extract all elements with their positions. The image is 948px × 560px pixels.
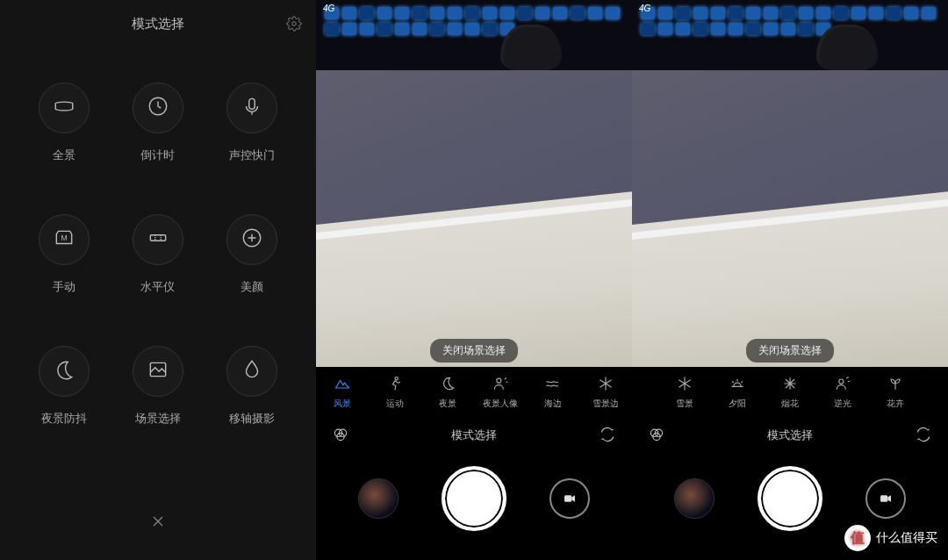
mode-label: 水平仪 bbox=[140, 279, 175, 295]
panel-header: 模式选择 bbox=[0, 0, 316, 47]
camera-panel-right: 4G 关闭场景选择 雪景 夕阳 烟花 逆光 花卉 模式选择 bbox=[632, 0, 948, 560]
mode-label: 美颜 bbox=[241, 279, 263, 295]
scene-snow-edge[interactable]: 雪景边 bbox=[579, 375, 632, 410]
sprout-icon bbox=[887, 375, 904, 394]
scene-night-portrait[interactable]: 夜景人像 bbox=[474, 375, 527, 410]
sunset-icon bbox=[729, 375, 746, 394]
scene-beach[interactable]: 海边 bbox=[527, 375, 579, 410]
manual-icon: M bbox=[53, 226, 75, 253]
svg-text:M: M bbox=[61, 233, 68, 242]
mode-level[interactable]: 水平仪 bbox=[133, 214, 183, 346]
moon-icon bbox=[53, 358, 75, 384]
snow-icon bbox=[676, 375, 693, 394]
drop-icon bbox=[241, 358, 263, 384]
mode-grid: 全景 倒计时 声控快门 M 手动 水平仪 美颜 夜景防抖 场景选择 bbox=[0, 47, 316, 477]
mode-row-label[interactable]: 模式选择 bbox=[767, 427, 813, 443]
mode-scene-select[interactable]: 场景选择 bbox=[133, 346, 183, 477]
scene-sports[interactable]: 运动 bbox=[369, 375, 421, 410]
mode-label: 手动 bbox=[53, 279, 75, 295]
svg-point-0 bbox=[292, 22, 297, 26]
scene-flower[interactable]: 花卉 bbox=[869, 375, 922, 410]
svg-point-8 bbox=[497, 378, 501, 383]
mode-row: 模式选择 bbox=[632, 418, 948, 453]
scene-backlight[interactable]: 逆光 bbox=[816, 375, 869, 410]
svg-rect-17 bbox=[880, 495, 887, 502]
close-scene-pill[interactable]: 关闭场景选择 bbox=[746, 339, 834, 363]
scene-icon bbox=[147, 358, 169, 384]
video-button[interactable] bbox=[549, 478, 590, 519]
mode-panorama[interactable]: 全景 bbox=[39, 83, 90, 214]
gallery-thumb[interactable] bbox=[674, 478, 715, 519]
scene-snow[interactable]: 雪景 bbox=[658, 375, 711, 410]
mode-label: 夜景防抖 bbox=[41, 411, 87, 427]
sparkle-icon bbox=[781, 375, 799, 394]
gallery-thumb[interactable] bbox=[358, 478, 399, 519]
backlight-icon bbox=[834, 375, 851, 394]
status-bar: 4G bbox=[323, 4, 334, 13]
settings-gear-icon[interactable] bbox=[286, 16, 302, 34]
scene-sunset[interactable]: 夕阳 bbox=[711, 375, 764, 410]
scene-strip[interactable]: 雪景 夕阳 烟花 逆光 花卉 bbox=[632, 367, 948, 418]
mode-tilt-shift[interactable]: 移轴摄影 bbox=[226, 346, 277, 477]
mode-timer[interactable]: 倒计时 bbox=[133, 83, 183, 214]
scene-night[interactable]: 夜景 bbox=[421, 375, 474, 410]
video-button[interactable] bbox=[865, 478, 906, 519]
watermark-badge: 值 bbox=[844, 525, 871, 551]
switch-camera-icon[interactable] bbox=[599, 426, 616, 446]
close-button[interactable] bbox=[149, 513, 167, 534]
mode-label: 全景 bbox=[53, 147, 75, 163]
shutter-button[interactable] bbox=[758, 466, 822, 531]
panorama-icon bbox=[53, 95, 75, 121]
mode-night-antishake[interactable]: 夜景防抖 bbox=[39, 346, 90, 477]
run-icon bbox=[386, 375, 404, 394]
beauty-icon bbox=[241, 226, 263, 253]
mountain-icon bbox=[334, 375, 351, 394]
watermark: 值 什么值得买 bbox=[844, 525, 937, 551]
capture-row bbox=[316, 460, 632, 537]
mode-label: 倒计时 bbox=[140, 147, 175, 163]
scene-landscape[interactable]: 风景 bbox=[316, 375, 369, 410]
mode-manual[interactable]: M 手动 bbox=[39, 214, 90, 346]
viewfinder[interactable] bbox=[316, 0, 632, 367]
mic-icon bbox=[241, 95, 263, 121]
switch-camera-icon[interactable] bbox=[915, 426, 932, 446]
watermark-text: 什么值得买 bbox=[876, 530, 937, 546]
mode-label: 移轴摄影 bbox=[229, 411, 275, 427]
shutter-button[interactable] bbox=[442, 466, 506, 531]
scene-fireworks[interactable]: 烟花 bbox=[764, 375, 816, 410]
svg-point-7 bbox=[395, 377, 398, 380]
mode-selection-panel: 模式选择 全景 倒计时 声控快门 M 手动 水平仪 美颜 bbox=[0, 0, 316, 560]
svg-point-13 bbox=[839, 379, 844, 384]
mode-row: 模式选择 bbox=[316, 418, 632, 453]
filter-icon[interactable] bbox=[648, 426, 665, 446]
clock-icon bbox=[147, 95, 169, 121]
panel-title: 模式选择 bbox=[132, 16, 184, 32]
snow-icon bbox=[597, 375, 614, 394]
mode-label: 声控快门 bbox=[229, 147, 275, 163]
person-icon bbox=[492, 375, 509, 394]
svg-rect-12 bbox=[564, 495, 571, 502]
filter-icon[interactable] bbox=[332, 426, 349, 446]
waves-icon bbox=[544, 375, 562, 394]
mode-row-label[interactable]: 模式选择 bbox=[451, 427, 497, 443]
svg-rect-2 bbox=[248, 98, 255, 109]
mode-voice-shutter[interactable]: 声控快门 bbox=[226, 83, 277, 214]
camera-panel-mid: 4G 关闭场景选择 风景 运动 夜景 夜景人像 海边 雪景边 模式选择 bbox=[316, 0, 632, 560]
mode-label: 场景选择 bbox=[135, 411, 181, 427]
scene-strip[interactable]: 风景 运动 夜景 夜景人像 海边 雪景边 bbox=[316, 367, 632, 418]
close-scene-pill[interactable]: 关闭场景选择 bbox=[430, 339, 518, 363]
status-bar: 4G bbox=[639, 4, 650, 13]
level-icon bbox=[147, 226, 169, 253]
mode-beauty[interactable]: 美颜 bbox=[226, 214, 277, 346]
svg-rect-4 bbox=[150, 235, 165, 241]
moon-icon bbox=[439, 375, 456, 394]
viewfinder[interactable] bbox=[632, 0, 948, 367]
